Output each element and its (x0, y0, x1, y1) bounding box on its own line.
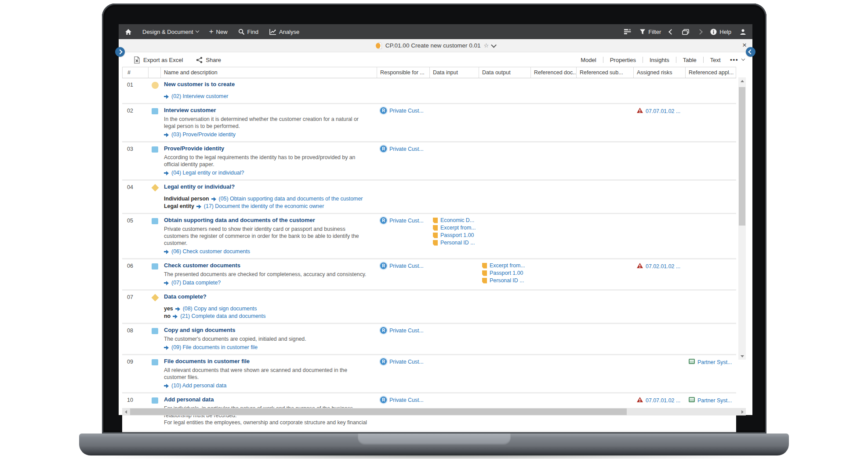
header-data-input[interactable]: Data input (430, 67, 479, 78)
link-label: (03) Prove/Provide identity (171, 131, 236, 138)
step-name[interactable]: Interview customer (164, 107, 369, 114)
favorite-star-icon[interactable]: ☆ (483, 42, 489, 49)
title-dropdown-chevron-icon[interactable] (491, 42, 497, 48)
tab-text[interactable]: Text (704, 57, 727, 63)
risk-id[interactable]: 07.07.01.02 ... (646, 108, 680, 115)
close-model-button[interactable]: × (742, 41, 747, 49)
outgoing-link[interactable]: (10) Add personal data (164, 382, 369, 389)
step-name[interactable]: Obtain supporting data and documents of … (164, 217, 369, 224)
outgoing-link[interactable]: no(21) Complete data and documents (164, 313, 369, 320)
step-name[interactable]: Check customer documents (164, 262, 369, 269)
expand-left-panel-button[interactable] (115, 47, 125, 57)
table-row[interactable]: 01 New customer is to create (02) Interv… (122, 78, 736, 104)
header-number[interactable]: # (122, 67, 149, 78)
tab-insights[interactable]: Insights (643, 57, 676, 63)
responsible-name[interactable]: Private Cust... (389, 358, 424, 365)
data-object[interactable]: Personal ID ... (433, 239, 479, 246)
scroll-up-button[interactable] (738, 77, 746, 84)
header-name[interactable]: Name and description (161, 67, 377, 78)
filter-button[interactable]: Filter (639, 29, 661, 35)
window-tabs-icon[interactable] (682, 29, 690, 35)
step-name[interactable]: New customer is to create (164, 81, 369, 88)
scroll-down-button[interactable] (738, 353, 746, 360)
nav-analyse-button[interactable]: Analyse (269, 29, 299, 35)
table-row[interactable]: 07 Data complete? yes(08) Copy and sign … (122, 291, 736, 324)
table-row[interactable]: 02 Interview customer In the conversatio… (122, 104, 736, 142)
arrow-icon (164, 281, 169, 285)
table-row[interactable]: 05 Obtain supporting data and documents … (122, 214, 736, 259)
table-row[interactable]: 03 Prove/Provide identity According to t… (122, 142, 736, 181)
outgoing-link[interactable]: (07) Data complete? (164, 280, 369, 286)
vertical-scrollbar-thumb[interactable] (739, 87, 745, 226)
header-type-icon[interactable] (149, 67, 161, 78)
vertical-scrollbar[interactable] (738, 77, 746, 360)
table-row[interactable]: 08 Copy and sign documents The customer'… (122, 324, 736, 355)
tab-table[interactable]: Table (676, 57, 703, 63)
model-title-group[interactable]: CP.01.00 Create new customer 0.01 ☆ (375, 42, 496, 49)
header-assigned-risks[interactable]: Assigned risks (634, 67, 686, 78)
horizontal-scrollbar-thumb[interactable] (130, 408, 627, 415)
responsible-name[interactable]: Private Cust... (389, 397, 424, 404)
outgoing-link[interactable]: Legal entity(17) Document the identity o… (164, 203, 369, 210)
tabs-dropdown-chevron-icon[interactable] (741, 57, 745, 61)
forward-chevron-icon[interactable] (697, 29, 703, 35)
outgoing-link[interactable]: yes(08) Copy and sign documents (164, 306, 369, 312)
data-object[interactable]: Personal ID ... (482, 277, 531, 284)
step-name[interactable]: Legal entity or individual? (164, 183, 369, 190)
model-overview-icon[interactable] (624, 29, 631, 35)
export-excel-button[interactable]: Export as Excel (134, 56, 183, 64)
share-button[interactable]: Share (196, 57, 221, 63)
table-row[interactable]: 06 Check customer documents The presente… (122, 259, 736, 291)
responsible-name[interactable]: Private Cust... (389, 217, 424, 224)
tab-model[interactable]: Model (574, 57, 603, 63)
home-button[interactable] (125, 29, 132, 35)
header-data-output[interactable]: Data output (479, 67, 531, 78)
nav-design-document[interactable]: Design & Document (142, 29, 199, 35)
user-icon[interactable] (740, 29, 746, 35)
responsible-name[interactable]: Private Cust... (389, 327, 424, 334)
responsible-name[interactable]: Private Cust... (389, 146, 424, 153)
data-object[interactable]: Passport 1.00 (433, 232, 479, 239)
name-cell: Prove/Provide identity According to the … (161, 145, 377, 176)
scroll-left-button[interactable] (122, 408, 129, 415)
outgoing-link[interactable]: Individual person(05) Obtain supporting … (164, 196, 369, 202)
step-description: The customer's documents are copied, ini… (164, 335, 369, 342)
application-name[interactable]: Partner Syst... (697, 359, 732, 366)
outgoing-link[interactable]: (02) Interview customer (164, 93, 369, 100)
outgoing-link[interactable]: (06) Check customer documents (164, 248, 369, 255)
horizontal-scrollbar[interactable] (122, 408, 746, 415)
data-object[interactable]: Excerpt from... (482, 262, 531, 269)
nav-design-document-label: Design & Document (142, 29, 193, 35)
header-responsible[interactable]: Responsible for ... (377, 67, 430, 78)
more-tabs-icon[interactable]: ●●● (730, 58, 738, 62)
data-object[interactable]: Passport 1.00 (482, 270, 531, 277)
step-name[interactable]: Add personal data (164, 396, 369, 403)
step-name[interactable]: File documents in customer file (164, 358, 369, 365)
help-button[interactable]: Help (710, 29, 731, 35)
data-object[interactable]: Economic D... (433, 217, 479, 224)
table-row[interactable]: 09 File documents in customer file All r… (122, 355, 736, 393)
table-row[interactable]: 04 Legal entity or individual? Individua… (122, 181, 736, 214)
step-name[interactable]: Prove/Provide identity (164, 145, 369, 152)
step-name[interactable]: Data complete? (164, 293, 369, 300)
data-object[interactable]: Excerpt from... (433, 224, 479, 231)
back-chevron-icon[interactable] (668, 29, 674, 35)
scroll-right-button[interactable] (739, 408, 746, 415)
outgoing-link[interactable]: (04) Legal entity or individual? (164, 170, 369, 176)
outgoing-link[interactable]: (09) File documents in customer file (164, 344, 369, 351)
nav-new-button[interactable]: + New (209, 29, 228, 35)
application-name[interactable]: Partner Syst... (697, 397, 732, 404)
responsible-name[interactable]: Private Cust... (389, 262, 424, 270)
header-ref-documents[interactable]: Referenced doc... (531, 67, 577, 78)
tab-properties[interactable]: Properties (603, 57, 643, 63)
risk-id[interactable]: 07.07.01.02 ... (646, 397, 680, 404)
nav-find-button[interactable]: Find (238, 29, 258, 35)
expand-right-panel-button[interactable] (746, 47, 755, 57)
link-label: (21) Complete data and documents (180, 313, 265, 320)
step-name[interactable]: Copy and sign documents (164, 327, 369, 334)
header-ref-applications[interactable]: Referenced appl... (686, 67, 736, 78)
header-ref-subprocess[interactable]: Referenced sub... (577, 67, 634, 78)
outgoing-link[interactable]: (03) Prove/Provide identity (164, 131, 369, 138)
risk-id[interactable]: 07.02.01.02 ... (646, 263, 680, 270)
responsible-name[interactable]: Private Cust... (389, 107, 424, 114)
